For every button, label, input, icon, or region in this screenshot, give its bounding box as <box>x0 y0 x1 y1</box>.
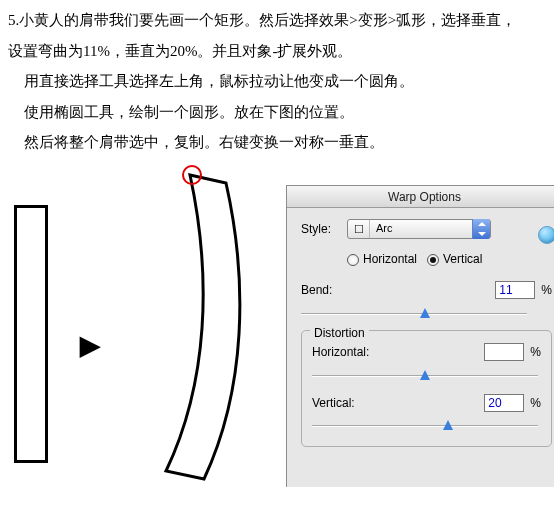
instruction-line-1: 5.小黄人的肩带我们要先画一个矩形。然后选择效果>变形>弧形，选择垂直， <box>8 6 546 35</box>
horizontal-radio[interactable]: Horizontal <box>347 248 417 271</box>
bend-label: Bend: <box>301 279 401 302</box>
instruction-line-4: 使用椭圆工具，绘制一个圆形。放在下图的位置。 <box>8 98 546 127</box>
style-dropdown[interactable]: ☐ Arc <box>347 219 491 239</box>
bend-percent: % <box>541 279 552 302</box>
dropdown-caps-icon[interactable] <box>472 219 490 239</box>
vertical-radio-label: Vertical <box>443 248 482 271</box>
aqua-button-icon[interactable] <box>538 226 554 244</box>
style-label: Style: <box>301 218 347 241</box>
illustration-stage: ▶ Warp Options Style: ☐ Arc Horizontal <box>8 169 546 509</box>
vertical-radio[interactable]: Vertical <box>427 248 482 271</box>
dist-horizontal-input[interactable] <box>484 343 524 361</box>
warp-options-panel: Warp Options Style: ☐ Arc Horizontal Ver… <box>286 185 554 487</box>
dist-vertical-input[interactable] <box>484 394 524 412</box>
rectangle-shape <box>14 205 48 463</box>
arc-icon: ☐ <box>348 220 370 238</box>
instruction-line-3: 用直接选择工具选择左上角，鼠标拉动让他变成一个圆角。 <box>8 67 546 96</box>
arrow-icon: ▶ <box>80 321 100 370</box>
dist-horizontal-slider[interactable] <box>312 368 538 384</box>
style-value: Arc <box>370 218 472 239</box>
bend-slider[interactable] <box>301 306 527 322</box>
horizontal-radio-label: Horizontal <box>363 248 417 271</box>
slider-thumb-icon[interactable] <box>420 370 430 380</box>
panel-title: Warp Options <box>287 186 554 208</box>
slider-thumb-icon[interactable] <box>420 308 430 318</box>
curved-strap-shape <box>130 169 272 489</box>
radio-dot-icon <box>347 254 359 266</box>
bend-input[interactable] <box>495 281 535 299</box>
distortion-group: Distortion Horizontal: % Vertical: % <box>301 330 552 448</box>
instruction-line-2: 设置弯曲为11%，垂直为20%。并且对象-扩展外观。 <box>8 37 546 66</box>
dist-vertical-percent: % <box>530 392 541 415</box>
slider-thumb-icon[interactable] <box>443 420 453 430</box>
radio-dot-checked-icon <box>427 254 439 266</box>
dist-horizontal-percent: % <box>530 341 541 364</box>
distortion-label: Distortion <box>310 322 369 345</box>
anchor-circle-marker <box>182 165 202 185</box>
instruction-line-5: 然后将整个肩带选中，复制。右键变换一对称一垂直。 <box>8 128 546 157</box>
slider-track <box>301 313 527 315</box>
dist-vertical-slider[interactable] <box>312 418 538 434</box>
dist-vertical-label: Vertical: <box>312 392 412 415</box>
slider-track <box>312 425 538 427</box>
